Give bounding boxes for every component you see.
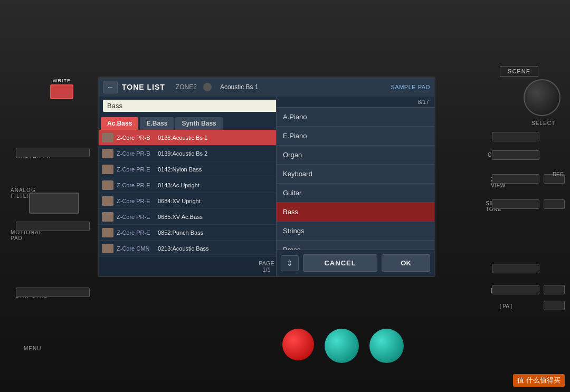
scene-label: SCENE xyxy=(508,68,530,74)
ex-button[interactable] xyxy=(544,285,565,294)
tone-source: Z-Core PR-E xyxy=(117,230,155,236)
master-fx-button[interactable] xyxy=(16,148,90,157)
back-button[interactable]: ← xyxy=(103,81,118,93)
tone-source: Z-Core PR-B xyxy=(117,135,155,141)
tone-source: Z-Core PR-B xyxy=(117,150,155,157)
zone-view-button[interactable] xyxy=(492,174,539,184)
daw-ctrl-button[interactable] xyxy=(16,288,90,297)
tone-source: Z-Core PR-E xyxy=(117,214,155,220)
tab-synth-bass[interactable]: Synth Bass xyxy=(175,117,222,130)
tone-icon xyxy=(102,244,113,253)
knob-teal-1[interactable] xyxy=(325,329,359,363)
main-content: Ac.Bass E.Bass Synth Bass Z-Core PR-B 01… xyxy=(99,97,434,276)
watermark: 值 什么值得买 xyxy=(513,374,565,387)
category-item-bass[interactable]: Bass xyxy=(277,203,434,222)
tone-display: Acoustic Bs 1 xyxy=(220,83,259,91)
knob-teal-2[interactable] xyxy=(369,329,404,363)
select-label: SELECT xyxy=(531,120,555,126)
dec-label: DEC xyxy=(553,171,564,177)
category-item-organ[interactable]: Organ xyxy=(277,146,434,165)
dialog-page: 8/17 xyxy=(418,99,429,105)
menu-label: MENU xyxy=(24,346,41,351)
dialog-header: 8/17 xyxy=(277,97,434,108)
dialog-footer: ⇕ CANCEL OK xyxy=(277,250,434,276)
tone-icon xyxy=(102,212,113,222)
cancel-button[interactable]: CANCEL xyxy=(303,254,377,272)
write-area: WRITE xyxy=(50,78,73,99)
scene-box: SCENE xyxy=(500,66,538,77)
select-button[interactable] xyxy=(492,132,539,141)
page-value: 1/1 xyxy=(262,266,270,273)
tone-icon xyxy=(102,196,113,206)
tone-source: Z-Core PR-E xyxy=(117,166,155,173)
tab-ac-bass[interactable]: Ac.Bass xyxy=(101,117,138,130)
category-list: A.Piano E.Piano Organ Keyboard Guitar Ba… xyxy=(277,108,434,250)
category-item-brass[interactable]: Brass xyxy=(277,241,434,250)
page-label: PAGE xyxy=(259,260,274,266)
select-knob[interactable] xyxy=(524,79,560,116)
category-dialog: 8/17 A.Piano E.Piano Organ Keyboard Guit… xyxy=(276,97,434,276)
tone-icon xyxy=(102,133,113,142)
zone-label: ZONE2 xyxy=(176,83,197,91)
tone-list-title: TONE LIST xyxy=(122,83,165,91)
knob-red[interactable] xyxy=(282,329,314,360)
shift-button[interactable] xyxy=(492,285,539,294)
motional-pad-label: MOTIONAL PAD xyxy=(11,230,42,241)
chain-button[interactable] xyxy=(492,150,539,160)
tempo-button[interactable] xyxy=(492,264,539,273)
tone-source: Z-Core CMN xyxy=(117,245,155,252)
zone-icon xyxy=(203,83,212,91)
pa-label: [ PA ] xyxy=(500,303,512,309)
category-item-apiano[interactable]: A.Piano xyxy=(277,108,434,127)
category-item-epiano[interactable]: E.Piano xyxy=(277,127,434,146)
lt-button[interactable] xyxy=(544,199,565,209)
tone-icon xyxy=(102,180,113,190)
category-item-keyboard[interactable]: Keyboard xyxy=(277,165,434,184)
screen: ← TONE LIST ZONE2 Acoustic Bs 1 SAMPLE P… xyxy=(98,77,435,277)
sample-pad-label: SAMPLE PAD xyxy=(391,84,431,90)
tone-icon xyxy=(102,228,113,237)
pa-button[interactable] xyxy=(544,301,565,310)
category-item-guitar[interactable]: Guitar xyxy=(277,184,434,203)
motional-pad-button[interactable] xyxy=(16,222,90,231)
tone-source: Z-Core PR-E xyxy=(117,198,155,204)
tone-source: Z-Core PR-E xyxy=(117,182,155,188)
single-tone-button[interactable] xyxy=(492,199,539,209)
write-label: WRITE xyxy=(50,78,73,83)
category-item-strings[interactable]: Strings xyxy=(277,222,434,241)
tab-e-bass[interactable]: E.Bass xyxy=(140,117,174,130)
analog-filter-button[interactable] xyxy=(29,193,79,214)
tone-icon xyxy=(102,149,113,158)
write-button[interactable] xyxy=(50,84,73,99)
ok-button[interactable]: OK xyxy=(382,254,430,272)
tone-icon xyxy=(102,165,113,174)
sort-button[interactable]: ⇕ xyxy=(281,255,299,271)
header-bar: ← TONE LIST ZONE2 Acoustic Bs 1 SAMPLE P… xyxy=(99,78,434,97)
